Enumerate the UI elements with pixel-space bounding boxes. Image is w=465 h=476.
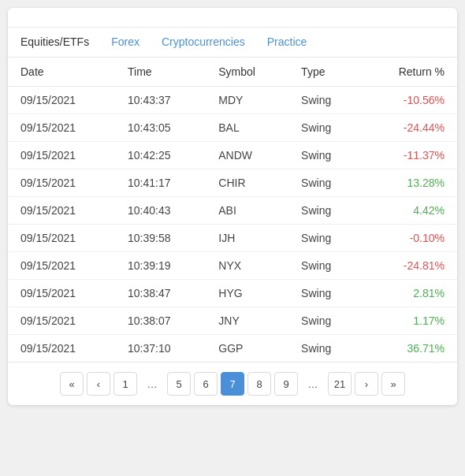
pagination-nav-12[interactable]: » — [381, 372, 405, 396]
time-cell: 10:40:43 — [115, 197, 206, 225]
type-cell: Swing — [288, 142, 362, 169]
symbol-cell: JNY — [206, 307, 288, 335]
pagination-ellipsis: … — [301, 372, 325, 396]
symbol-cell: ABI — [206, 197, 288, 225]
date-cell: 09/15/2021 — [8, 114, 115, 142]
pagination-page-9[interactable]: 9 — [274, 372, 298, 396]
pagination-page-21[interactable]: 21 — [328, 372, 352, 396]
pagination-nav-11[interactable]: › — [355, 372, 378, 396]
time-cell: 10:43:05 — [115, 114, 206, 142]
pagination-ellipsis: … — [140, 372, 164, 396]
return-value: -11.37% — [363, 142, 457, 169]
table-header: DateTimeSymbolTypeReturn % — [8, 58, 457, 87]
table-row: 09/15/202110:39:58IJHSwing-0.10% — [8, 225, 457, 252]
type-cell: Swing — [288, 197, 362, 225]
type-cell: Swing — [288, 252, 362, 280]
time-cell: 10:41:17 — [115, 169, 206, 197]
symbol-cell: GGP — [206, 335, 288, 363]
date-cell: 09/15/2021 — [8, 169, 115, 197]
type-cell: Swing — [288, 87, 362, 114]
return-value: -24.44% — [363, 114, 457, 142]
table-row: 09/15/202110:42:25ANDWSwing-11.37% — [8, 142, 457, 169]
col-header-type: Type — [288, 58, 362, 87]
return-value: 13.28% — [363, 169, 457, 197]
tab-equities-etfs[interactable]: Equities/ETFs — [20, 28, 100, 58]
return-value: 36.71% — [363, 335, 457, 363]
tab-forex[interactable]: Forex — [100, 28, 151, 58]
col-header-return--: Return % — [363, 58, 457, 87]
col-header-time: Time — [115, 58, 206, 87]
table-row: 09/15/202110:41:17CHIRSwing13.28% — [8, 169, 457, 197]
symbol-cell: IJH — [206, 225, 288, 252]
table-row: 09/15/202110:40:43ABISwing4.42% — [8, 197, 457, 225]
tab-practice[interactable]: Practice — [256, 28, 318, 58]
tab-bar: Equities/ETFsForexCryptocurrenciesPracti… — [8, 28, 457, 58]
return-value: 2.81% — [363, 280, 457, 307]
symbol-cell: HYG — [206, 280, 288, 307]
table-row: 09/15/202110:38:07JNYSwing1.17% — [8, 307, 457, 335]
history-table: DateTimeSymbolTypeReturn % 09/15/202110:… — [8, 58, 457, 362]
type-cell: Swing — [288, 280, 362, 307]
date-cell: 09/15/2021 — [8, 307, 115, 335]
pagination-page-5[interactable]: 5 — [167, 372, 191, 396]
type-cell: Swing — [288, 225, 362, 252]
col-header-symbol: Symbol — [206, 58, 288, 87]
return-value: -0.10% — [363, 225, 457, 252]
date-cell: 09/15/2021 — [8, 280, 115, 307]
pagination-page-1[interactable]: 1 — [113, 372, 137, 396]
time-cell: 10:38:47 — [115, 280, 206, 307]
date-cell: 09/15/2021 — [8, 335, 115, 363]
table-row: 09/15/202110:37:10GGPSwing36.71% — [8, 335, 457, 363]
time-cell: 10:39:58 — [115, 225, 206, 252]
table-row: 09/15/202110:43:05BALSwing-24.44% — [8, 114, 457, 142]
table-row: 09/15/202110:38:47HYGSwing2.81% — [8, 280, 457, 307]
symbol-cell: NYX — [206, 252, 288, 280]
return-value: 4.42% — [363, 197, 457, 225]
time-cell: 10:37:10 — [115, 335, 206, 363]
return-value: 1.17% — [363, 307, 457, 335]
time-cell: 10:39:19 — [115, 252, 206, 280]
pagination-page-6[interactable]: 6 — [194, 372, 218, 396]
symbol-cell: CHIR — [206, 169, 288, 197]
pagination-page-7[interactable]: 7 — [221, 372, 244, 396]
type-cell: Swing — [288, 169, 362, 197]
time-cell: 10:42:25 — [115, 142, 206, 169]
date-cell: 09/15/2021 — [8, 197, 115, 225]
table-row: 09/15/202110:43:37MDYSwing-10.56% — [8, 87, 457, 114]
type-cell: Swing — [288, 114, 362, 142]
return-value: -10.56% — [363, 87, 457, 114]
card-header — [8, 8, 457, 28]
symbol-cell: MDY — [206, 87, 288, 114]
symbol-cell: ANDW — [206, 142, 288, 169]
table-body: 09/15/202110:43:37MDYSwing-10.56%09/15/2… — [8, 87, 457, 363]
date-cell: 09/15/2021 — [8, 252, 115, 280]
col-header-date: Date — [8, 58, 115, 87]
table-row: 09/15/202110:39:19NYXSwing-24.81% — [8, 252, 457, 280]
date-cell: 09/15/2021 — [8, 87, 115, 114]
type-cell: Swing — [288, 335, 362, 363]
pagination-nav-0[interactable]: « — [60, 372, 84, 396]
pagination-page-8[interactable]: 8 — [247, 372, 271, 396]
pagination-nav-1[interactable]: ‹ — [87, 372, 110, 396]
date-cell: 09/15/2021 — [8, 225, 115, 252]
return-value: -24.81% — [363, 252, 457, 280]
date-cell: 09/15/2021 — [8, 142, 115, 169]
pagination: «‹1…56789…21›» — [8, 362, 457, 405]
game-history-card: Equities/ETFsForexCryptocurrenciesPracti… — [8, 8, 457, 405]
type-cell: Swing — [288, 307, 362, 335]
tab-cryptocurrencies[interactable]: Cryptocurrencies — [151, 28, 256, 58]
time-cell: 10:38:07 — [115, 307, 206, 335]
time-cell: 10:43:37 — [115, 87, 206, 114]
symbol-cell: BAL — [206, 114, 288, 142]
